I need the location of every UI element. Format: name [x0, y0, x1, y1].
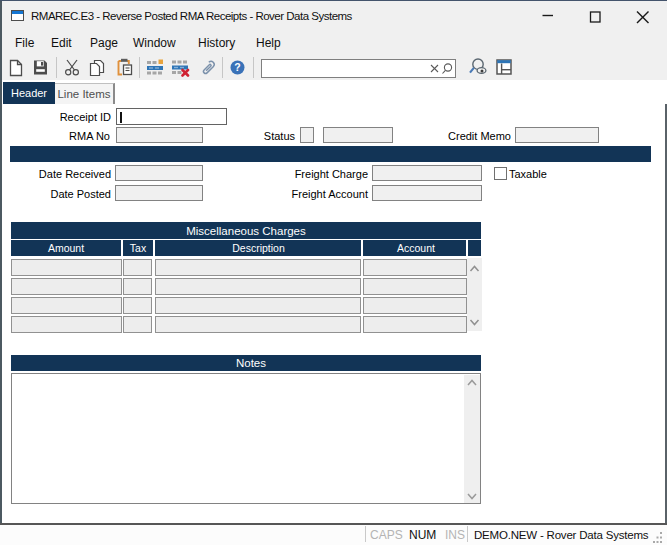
svg-text:?: ? [234, 61, 240, 73]
